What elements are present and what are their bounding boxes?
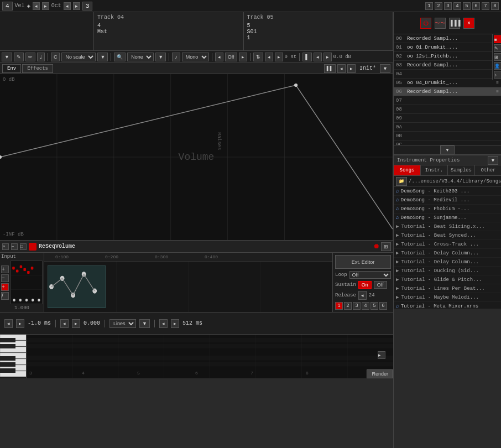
seq-grid[interactable]: [44, 262, 332, 312]
instr-tab-samples[interactable]: Samples: [448, 165, 475, 175]
search-dropdown[interactable]: ▼: [155, 53, 166, 61]
sustain-off-btn[interactable]: Off: [374, 281, 387, 289]
ms-right-arrow[interactable]: ▸: [16, 319, 24, 328]
file-row-7[interactable]: ▶ Tutorial - Delay Column...: [394, 249, 501, 258]
track-down-arrow[interactable]: ▼: [440, 145, 455, 154]
seq-min[interactable]: −: [11, 243, 18, 250]
toolbar-dropdown[interactable]: ▼: [2, 53, 12, 61]
seq-num-4[interactable]: 4: [362, 302, 369, 310]
toolbar-edit[interactable]: ✎: [14, 53, 24, 61]
seq-num-1[interactable]: 1: [335, 302, 343, 310]
piano-right-arrow[interactable]: ▸: [378, 351, 385, 359]
note-icon[interactable]: ♪: [172, 53, 180, 61]
lines-dropdown[interactable]: ▼: [139, 319, 150, 328]
track-row-06[interactable]: 06 Recorded Sampl... ≡: [394, 87, 501, 96]
seq-num-3[interactable]: 3: [353, 302, 361, 310]
track-scroll-down[interactable]: ▼: [394, 145, 501, 155]
vol-left[interactable]: ◂: [314, 53, 322, 61]
vol-down[interactable]: −: [1, 274, 9, 282]
val-right[interactable]: ▸: [72, 319, 80, 328]
val-left[interactable]: ◂: [60, 319, 69, 328]
vol-icon[interactable]: ▌: [302, 53, 311, 61]
toolbar-pencil[interactable]: ✏: [25, 53, 35, 61]
seq-close[interactable]: ×: [2, 243, 9, 250]
right-icon-2[interactable]: ⊞: [494, 53, 501, 61]
file-row-4[interactable]: ▶ Tutorial - Beat Slicing.x...: [394, 222, 501, 231]
file-row-2[interactable]: ♫ DemoSong - Phobium -...: [394, 205, 501, 213]
seq-max[interactable]: □: [20, 243, 27, 250]
sustain-on-btn[interactable]: On: [358, 281, 372, 289]
track-row-00[interactable]: 00 Recorded Sampl... ≡: [394, 34, 501, 43]
file-row-13[interactable]: ♫ Tutorial - Meta Mixer.xrns: [394, 302, 501, 309]
scale-select[interactable]: No scale: [61, 53, 96, 61]
num-btn-5[interactable]: 5: [463, 2, 471, 10]
transport-bars[interactable]: ▐▐▐: [449, 18, 460, 29]
track-row-03[interactable]: 03 Recorded Sampl... ≡: [394, 61, 501, 70]
render-button[interactable]: Render: [367, 369, 393, 378]
scale-dropdown[interactable]: ▼: [97, 53, 108, 61]
env-arrow-left[interactable]: ◂: [337, 64, 346, 73]
search-select[interactable]: None: [127, 53, 154, 61]
mono-select[interactable]: Mono: [182, 53, 209, 61]
st-right[interactable]: ▸: [275, 53, 283, 61]
transport-power[interactable]: ⏻: [420, 18, 431, 29]
env-mixer-icon[interactable]: ▌▌: [324, 64, 336, 73]
right-icon-red[interactable]: ■: [494, 35, 501, 43]
piano-scroll-right[interactable]: ▸: [378, 351, 385, 359]
transport-wave[interactable]: 〜〜: [435, 18, 446, 29]
file-row-3[interactable]: ♫ DemoSong - Sunjamme...: [394, 213, 501, 222]
file-row-5[interactable]: ▶ Tutorial - Beat Synced...: [394, 231, 501, 240]
num-btn-1[interactable]: 1: [425, 2, 433, 10]
st-arrows[interactable]: ⇅: [253, 53, 263, 61]
tab-env[interactable]: Env: [2, 64, 21, 73]
file-row-8[interactable]: ▶ Tutorial - Delay Column...: [394, 258, 501, 267]
num-btn-3[interactable]: 3: [444, 2, 452, 10]
num-btn-2[interactable]: 2: [435, 2, 442, 10]
vol-div[interactable]: /: [1, 292, 9, 300]
env-arrow-right[interactable]: ▸: [347, 64, 356, 73]
file-row-11[interactable]: ▶ Tutorial - Lines Per Beat...: [394, 284, 501, 293]
loop-select[interactable]: Off: [349, 271, 391, 279]
right-icon-3[interactable]: 👤: [494, 62, 501, 70]
vel-left-arrow[interactable]: ◂: [33, 2, 40, 10]
search-icon[interactable]: 🔍: [114, 53, 126, 61]
num-btn-6[interactable]: 6: [472, 2, 480, 10]
file-row-12[interactable]: ▶ Tutorial - Maybe Melodi...: [394, 293, 501, 302]
tab-effects[interactable]: Effects: [22, 64, 53, 73]
right-icon-1[interactable]: ✎: [494, 44, 501, 52]
track-row-01[interactable]: 01 oo 01_Drumkit_... ≡: [394, 43, 501, 52]
piano-roll-grid[interactable]: 3 4 5 6 7 8 Render ▸: [27, 335, 393, 378]
num-btn-7[interactable]: 7: [482, 2, 489, 10]
track-row-02[interactable]: 02 oo 12st_Pitchb... ≡: [394, 52, 501, 61]
track-row-09[interactable]: 09: [394, 114, 501, 123]
right-icon-4[interactable]: ♪: [494, 71, 501, 79]
path-folder-icon[interactable]: 📁: [396, 177, 407, 186]
instr-props-dropdown[interactable]: ▼: [488, 156, 498, 165]
oct-value[interactable]: 3: [82, 2, 93, 11]
file-row-10[interactable]: ▶ Tutorial - Glide & Pitch...: [394, 275, 501, 284]
transport-close[interactable]: ×: [463, 18, 474, 29]
ms2-right[interactable]: ▸: [171, 319, 179, 328]
preset-dropdown[interactable]: ▼: [380, 64, 390, 73]
lines-select[interactable]: Lines: [109, 319, 136, 328]
beat-number[interactable]: 4: [2, 2, 13, 11]
ext-editor-btn[interactable]: Ext. Editor: [335, 255, 391, 269]
seq-num-5[interactable]: 5: [370, 302, 378, 310]
track-row-05[interactable]: 05 oo 04_Drumkit_... ≡: [394, 79, 501, 87]
st-left[interactable]: ◂: [265, 53, 273, 61]
vol-up[interactable]: +: [1, 265, 9, 273]
release-left[interactable]: ◂: [358, 291, 367, 300]
track-row-04[interactable]: 04: [394, 70, 501, 79]
play-arrow-left[interactable]: ◂: [215, 53, 223, 61]
play-arrow-right[interactable]: ▸: [239, 53, 247, 61]
seq-expand[interactable]: ⊞: [381, 242, 391, 251]
file-row-6[interactable]: ▶ Tutorial - Cross-Track ...: [394, 240, 501, 249]
track-row-08[interactable]: 08: [394, 105, 501, 114]
ms2-left[interactable]: ◂: [159, 319, 168, 328]
seq-num-2[interactable]: 2: [344, 302, 352, 310]
instr-tab-songs[interactable]: Songs: [394, 165, 421, 175]
vel-right-arrow[interactable]: ▸: [42, 2, 49, 10]
vol-add[interactable]: +: [1, 283, 9, 291]
file-row-0[interactable]: ♫ DemoSong - Keith303 ...: [394, 187, 501, 196]
off-btn[interactable]: Off: [225, 53, 237, 61]
